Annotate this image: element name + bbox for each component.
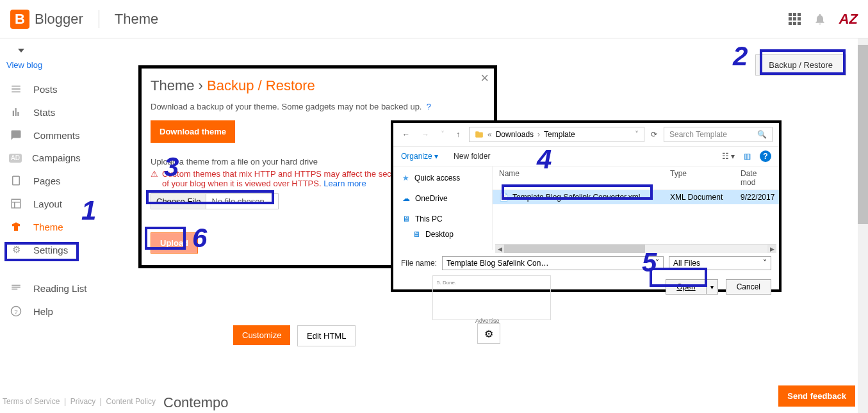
nav-up-icon[interactable]: ↑ [454, 129, 463, 140]
stats-icon [9, 106, 23, 118]
breadcrumb-leaf: Backup / Restore [207, 77, 315, 93]
page-title: Theme [115, 11, 158, 28]
sidebar-item-pages[interactable]: Pages [5, 169, 127, 192]
tree-onedrive[interactable]: ☁OneDrive [393, 191, 492, 206]
file-list-header[interactable]: Name Type Date mod [493, 166, 779, 190]
file-input[interactable]: Choose File No file chosen [151, 193, 279, 209]
help-icon[interactable]: ? [760, 150, 771, 162]
sidebar-item-campaigns[interactable]: ADCampaigns [5, 147, 127, 169]
customize-button[interactable]: Customize [233, 325, 290, 345]
privacy-link[interactable]: Privacy [70, 397, 95, 406]
send-feedback-button[interactable]: Send feedback [778, 385, 855, 407]
chevron-down-icon[interactable]: ˅ [655, 259, 659, 268]
blog-selector-dropdown[interactable] [5, 45, 127, 56]
folder-icon [475, 130, 484, 139]
sidebar-item-stats[interactable]: Stats [5, 101, 127, 124]
file-input-status: No file chosen [206, 194, 269, 209]
svg-rect-0 [13, 176, 20, 185]
apps-grid-icon[interactable] [789, 13, 801, 25]
preview-pane-icon[interactable]: ▥ [744, 152, 751, 161]
scrollbar-thumb[interactable] [504, 245, 645, 253]
view-blog-link[interactable]: View blog [5, 56, 127, 77]
sidebar-item-settings[interactable]: ⚙Settings [5, 238, 127, 261]
view-mode-icon[interactable]: ☷ ▾ [722, 152, 735, 161]
column-date[interactable]: Date mod [734, 166, 779, 190]
modal-description: Download a backup of your theme. Some ga… [151, 102, 485, 111]
download-theme-button[interactable]: Download theme [151, 120, 235, 143]
chevron-down-icon [18, 49, 24, 53]
cloud-icon: ☁ [402, 194, 410, 203]
nav-forward-icon: → [419, 129, 432, 140]
sidebar-label: Help [33, 306, 53, 317]
sidebar-label: Pages [33, 175, 61, 186]
svg-rect-1 [12, 199, 20, 208]
close-icon[interactable]: × [480, 70, 489, 86]
gear-icon: ⚙ [484, 328, 493, 340]
sidebar-label: Reading List [33, 283, 86, 294]
sidebar-item-posts[interactable]: Posts [5, 77, 127, 101]
sidebar-item-theme[interactable]: Theme [5, 215, 127, 238]
organize-dropdown[interactable]: Organize ▾ [401, 152, 438, 161]
file-list-row[interactable]: 📄Template Blog Safelink Converter.xml XM… [493, 190, 779, 204]
theme-icon [9, 221, 23, 232]
monitor-icon: 🖥 [402, 215, 410, 223]
terms-link[interactable]: Terms of Service [3, 397, 60, 406]
column-name[interactable]: Name [493, 166, 664, 190]
mobile-settings-button[interactable]: ⚙ [477, 323, 500, 344]
cancel-button[interactable]: Cancel [726, 279, 771, 295]
blogger-logo-icon: B [10, 10, 29, 29]
sidebar-item-reading-list[interactable]: Reading List [5, 277, 127, 300]
edit-html-button[interactable]: Edit HTML [297, 325, 356, 346]
filename-label: File name: [401, 259, 437, 268]
backup-restore-button[interactable]: Backup / Restore [755, 54, 846, 76]
app-header: B Blogger Theme AZ [0, 0, 868, 38]
tree-quick-access[interactable]: ★Quick access [393, 170, 492, 186]
star-icon: ★ [402, 174, 409, 182]
scroll-left-icon[interactable]: ◀ [495, 245, 504, 253]
open-dropdown-caret[interactable]: ▾ [706, 279, 718, 295]
chevron-down-icon[interactable]: ˅ [635, 130, 639, 139]
page-scrollbar-thumb[interactable] [858, 45, 868, 224]
search-input[interactable]: Search Template 🔍 [664, 127, 773, 142]
choose-file-button[interactable]: Choose File [151, 194, 206, 209]
path-segment[interactable]: Template [544, 130, 575, 139]
new-folder-button[interactable]: New folder [454, 152, 490, 161]
filename-input[interactable]: Template Blog Safelink Converter.xml˅ [442, 256, 664, 270]
file-dialog-toolbar: Organize ▾ New folder ☷ ▾ ▥ ? [393, 147, 779, 166]
nav-back-icon[interactable]: ← [400, 129, 413, 140]
nav-recent-icon[interactable]: ˅ [438, 129, 447, 140]
content-policy-link[interactable]: Content Policy [106, 397, 156, 406]
search-icon: 🔍 [757, 130, 767, 139]
sidebar-label: Posts [33, 84, 58, 95]
refresh-icon[interactable]: ⟳ [651, 130, 657, 139]
path-separator: « [487, 130, 492, 139]
file-dialog-footer: File name: Template Blog Safelink Conver… [393, 250, 779, 277]
user-avatar[interactable]: AZ [839, 11, 858, 28]
sidebar-label: Layout [33, 198, 62, 209]
column-type[interactable]: Type [664, 166, 734, 190]
tree-desktop[interactable]: 🖥Desktop [393, 227, 492, 242]
sidebar-item-help[interactable]: ?Help [5, 300, 127, 323]
sidebar-item-comments[interactable]: Comments [5, 124, 127, 147]
scroll-right-icon[interactable]: ▶ [767, 245, 776, 253]
posts-icon [9, 83, 23, 95]
upload-button[interactable]: Upload [151, 232, 198, 254]
help-link[interactable]: ? [427, 102, 431, 111]
theme-mobile-preview: 5. Done. [432, 275, 551, 320]
filetype-dropdown[interactable]: All Files˅ [669, 256, 771, 270]
open-button[interactable]: Open [666, 279, 705, 295]
reading-list-icon [9, 282, 23, 294]
learn-more-link[interactable]: Learn more [323, 179, 366, 188]
bell-icon[interactable] [814, 13, 826, 26]
sidebar-item-layout[interactable]: Layout [5, 192, 127, 215]
warning-icon: ⚠ [151, 169, 158, 188]
tree-this-pc[interactable]: 🖥This PC [393, 211, 492, 227]
sidebar-label: Comments [33, 130, 80, 141]
path-breadcrumb[interactable]: « Downloads › Template ˅ [469, 127, 644, 142]
gear-icon: ⚙ [9, 244, 23, 255]
list-horizontal-scrollbar[interactable]: ◀ ▶ [495, 244, 776, 253]
help-icon: ? [9, 305, 23, 317]
breadcrumb-root: Theme [151, 77, 194, 93]
pages-icon [9, 175, 23, 186]
path-segment[interactable]: Downloads [496, 130, 534, 139]
